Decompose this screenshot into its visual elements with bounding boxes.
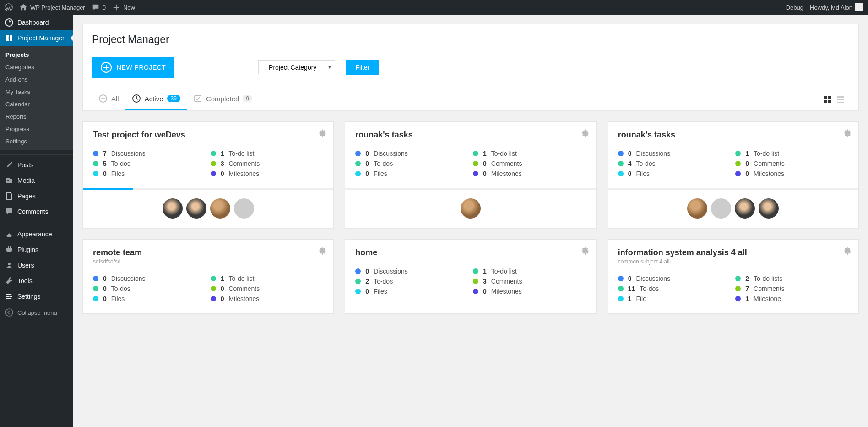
menu-posts[interactable]: Posts: [0, 157, 73, 173]
category-select[interactable]: – Project Category –: [258, 60, 335, 74]
stat-todos[interactable]: 4 To-dos: [618, 160, 731, 167]
stat-todolist[interactable]: 1 To-do list: [473, 150, 586, 157]
new-link[interactable]: New: [112, 3, 135, 11]
project-title: remote team: [93, 248, 323, 257]
avatar[interactable]: [460, 197, 482, 219]
submenu-addons[interactable]: Add-ons: [0, 73, 73, 86]
submenu-mytasks[interactable]: My Tasks: [0, 86, 73, 98]
tab-completed[interactable]: Completed9: [187, 88, 259, 110]
all-icon: [98, 94, 108, 103]
avatar[interactable]: [185, 197, 207, 219]
stat-todolist[interactable]: 1 To-do list: [211, 275, 324, 282]
gear-icon[interactable]: [843, 128, 852, 139]
stat-milestones[interactable]: 0 Milestones: [211, 170, 324, 177]
tab-all[interactable]: All: [92, 88, 125, 110]
menu-plugins[interactable]: Plugins: [0, 242, 73, 257]
submenu-settings[interactable]: Settings: [0, 135, 73, 148]
menu-media[interactable]: Media: [0, 173, 73, 188]
stat-milestones[interactable]: 0 Milestones: [473, 170, 586, 177]
stat-todolist[interactable]: 2 To-do lists: [735, 275, 848, 282]
stat-files[interactable]: 0 Files: [355, 170, 468, 177]
stat-comments[interactable]: 7 Comments: [735, 285, 848, 292]
gear-icon[interactable]: [580, 128, 590, 139]
project-card[interactable]: Test project for weDevs 7 Discussions 1 …: [82, 121, 334, 228]
stat-discussions[interactable]: 0 Discussions: [355, 268, 468, 275]
stat-todos[interactable]: 0 To-dos: [355, 160, 468, 167]
gear-icon[interactable]: [318, 246, 327, 257]
menu-users[interactable]: Users: [0, 257, 73, 273]
collapse-menu[interactable]: Collapse menu: [0, 304, 73, 321]
avatar[interactable]: [758, 197, 780, 219]
project-card[interactable]: rounak's tasks 0 Discussions 1 To-do lis…: [345, 121, 596, 228]
plus-circle-icon: [100, 61, 112, 73]
project-card[interactable]: home 0 Discussions 1 To-do list 2 To-dos…: [345, 239, 596, 314]
project-card[interactable]: rounak's tasks 0 Discussions 1 To-do lis…: [608, 121, 859, 228]
stat-comments[interactable]: 0 Comments: [211, 285, 324, 292]
new-project-button[interactable]: NEW PROJECT: [92, 57, 174, 78]
stat-todos[interactable]: 5 To-dos: [93, 160, 206, 167]
submenu-calendar[interactable]: Calendar: [0, 98, 73, 110]
menu-appearance[interactable]: Appearance: [0, 226, 73, 242]
user-avatar-icon: [855, 3, 863, 11]
submenu-projects[interactable]: Projects: [0, 49, 73, 61]
stat-milestones[interactable]: 0 Milestones: [211, 295, 324, 302]
stat-discussions[interactable]: 0 Discussions: [618, 150, 731, 157]
stat-todos[interactable]: 2 To-dos: [355, 278, 468, 285]
stat-milestones[interactable]: 0 Milestones: [735, 170, 848, 177]
stat-comments[interactable]: 0 Comments: [473, 160, 586, 167]
stat-milestones[interactable]: 0 Milestones: [473, 288, 586, 295]
stat-comments[interactable]: 3 Comments: [211, 160, 324, 167]
avatar[interactable]: [710, 197, 732, 219]
stat-comments[interactable]: 0 Comments: [735, 160, 848, 167]
stat-milestones[interactable]: 1 Milestone: [735, 295, 848, 302]
list-view-icon[interactable]: [836, 95, 845, 104]
menu-pages[interactable]: Pages: [0, 188, 73, 204]
avatar[interactable]: [162, 197, 184, 219]
stat-files[interactable]: 0 Files: [93, 295, 206, 302]
grid-view-icon[interactable]: [824, 95, 832, 104]
gear-icon[interactable]: [318, 128, 327, 139]
stat-discussions[interactable]: 0 Discussions: [618, 275, 731, 282]
user-menu[interactable]: Howdy, Md Aion: [810, 3, 863, 11]
stat-todolist[interactable]: 1 To-do list: [473, 268, 586, 275]
stat-todos[interactable]: 0 To-dos: [93, 285, 206, 292]
comments-link[interactable]: 0: [92, 3, 106, 11]
stat-discussions[interactable]: 0 Discussions: [93, 275, 206, 282]
debug-link[interactable]: Debug: [786, 4, 803, 11]
stat-todos[interactable]: 11 To-dos: [618, 285, 731, 292]
stat-comments[interactable]: 3 Comments: [473, 278, 586, 285]
submenu-reports[interactable]: Reports: [0, 110, 73, 123]
submenu-progress[interactable]: Progress: [0, 123, 73, 135]
submenu-categories[interactable]: Categories: [0, 61, 73, 73]
svg-rect-3: [10, 35, 12, 38]
site-link[interactable]: WP Project Manager: [19, 3, 85, 11]
comments-count: 0: [103, 4, 106, 11]
avatar[interactable]: [233, 197, 255, 219]
stat-todolist[interactable]: 1 To-do list: [211, 150, 324, 157]
project-title: information system analysis 4 all: [618, 248, 848, 257]
menu-dashboard[interactable]: Dashboard: [0, 15, 73, 30]
project-card[interactable]: remote teamsdfsdfsdfsd 0 Discussions 1 T…: [82, 239, 334, 314]
stat-files[interactable]: 1 File: [618, 295, 731, 302]
avatar[interactable]: [209, 197, 231, 219]
gear-icon[interactable]: [843, 246, 852, 257]
wp-logo[interactable]: [5, 3, 13, 11]
menu-tools[interactable]: Tools: [0, 273, 73, 289]
tab-active[interactable]: Active39: [125, 88, 187, 110]
gear-icon[interactable]: [580, 246, 590, 257]
stat-files[interactable]: 0 Files: [355, 288, 468, 295]
stat-discussions[interactable]: 0 Discussions: [355, 150, 468, 157]
menu-settings[interactable]: Settings: [0, 289, 73, 304]
stat-files[interactable]: 0 Files: [93, 170, 206, 177]
avatar[interactable]: [686, 197, 708, 219]
avatar[interactable]: [734, 197, 756, 219]
filter-button[interactable]: Filter: [346, 60, 379, 75]
menu-project-manager[interactable]: Project Manager: [0, 30, 73, 46]
stat-files[interactable]: 0 Files: [618, 170, 731, 177]
stat-todolist[interactable]: 1 To-do list: [735, 150, 848, 157]
menu-comments[interactable]: Comments: [0, 204, 73, 219]
svg-point-10: [5, 309, 13, 316]
stat-discussions[interactable]: 7 Discussions: [93, 150, 206, 157]
project-card[interactable]: information system analysis 4 allcommon …: [608, 239, 859, 314]
svg-rect-15: [824, 96, 827, 99]
